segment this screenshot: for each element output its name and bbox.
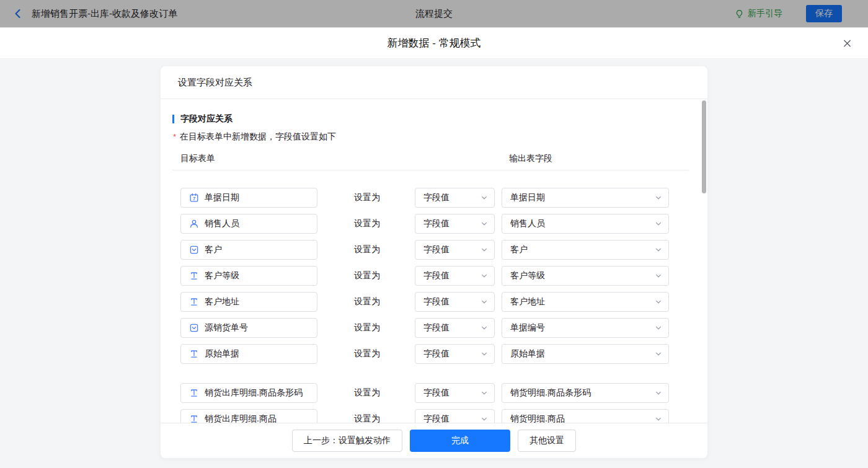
value-mode-value: 字段值	[423, 218, 450, 229]
dialog-title: 新增数据 - 常规模式	[387, 36, 480, 50]
output-field-select[interactable]: 销货明细.商品条形码	[502, 383, 669, 403]
field-mapping-row: 源销货单号 设置为 字段值 单据编号	[161, 318, 707, 338]
lightbulb-icon	[735, 9, 744, 19]
close-button[interactable]	[843, 38, 852, 48]
value-mode-value: 字段值	[423, 192, 450, 203]
target-field-box: 销货出库明细.商品条形码	[180, 383, 317, 403]
select-icon	[189, 245, 199, 255]
target-field-box: 源销货单号	[180, 318, 317, 338]
previous-step-button[interactable]: 上一步：设置触发动作	[292, 430, 402, 452]
value-mode-select[interactable]: 字段值	[415, 344, 495, 364]
chevron-down-icon	[480, 246, 488, 254]
target-field-label: 销售人员	[205, 218, 239, 229]
set-as-label: 设置为	[354, 413, 380, 423]
output-field-value: 原始单据	[510, 348, 545, 360]
calendar-icon: 7	[189, 193, 199, 203]
output-field-select[interactable]: 单据编号	[502, 318, 669, 338]
chevron-down-icon	[655, 389, 662, 397]
output-field-value: 单据日期	[510, 192, 545, 203]
target-field-label: 源销货单号	[205, 322, 248, 333]
beginner-guide-label: 新手引导	[748, 8, 782, 19]
beginner-guide-link[interactable]: 新手引导	[735, 8, 782, 19]
hint-text: 在目标表单中新增数据，字段值设置如下	[180, 131, 336, 141]
topbar-actions: 新手引导 保存	[735, 5, 842, 22]
value-mode-value: 字段值	[423, 348, 450, 360]
text-icon	[189, 414, 199, 423]
target-field-box: 销售人员	[180, 214, 317, 234]
value-mode-select[interactable]: 字段值	[415, 409, 495, 423]
output-field-select[interactable]: 销售人员	[502, 214, 669, 234]
value-mode-select[interactable]: 字段值	[415, 266, 495, 286]
set-as-label: 设置为	[354, 322, 380, 333]
field-mapping-panel: 设置字段对应关系 字段对应关系 *在目标表单中新增数据，字段值设置如下 目标表单…	[161, 66, 707, 458]
user-icon	[189, 219, 199, 229]
output-field-value: 销货明细.商品条形码	[510, 387, 591, 399]
panel-title: 设置字段对应关系	[161, 66, 707, 99]
target-field-label: 客户地址	[205, 296, 239, 307]
field-mapping-row: 客户地址 设置为 字段值 客户地址	[161, 292, 707, 312]
output-field-select[interactable]: 原始单据	[502, 344, 669, 364]
output-field-select[interactable]: 销货明细.商品	[502, 409, 669, 423]
column-header-target-form: 目标表单	[180, 153, 215, 164]
output-field-value: 单据编号	[510, 322, 545, 333]
output-field-select[interactable]: 单据日期	[502, 188, 669, 208]
field-mapping-row: 客户 设置为 字段值 客户	[161, 240, 707, 260]
output-field-select[interactable]: 客户等级	[502, 266, 669, 286]
finish-button[interactable]: 完成	[410, 430, 510, 452]
chevron-down-icon	[480, 389, 488, 397]
set-as-label: 设置为	[354, 244, 380, 255]
value-mode-select[interactable]: 字段值	[415, 383, 495, 403]
value-mode-select[interactable]: 字段值	[415, 318, 495, 338]
field-mapping-row: 销货出库明细.商品 设置为 字段值 销货明细.商品	[161, 409, 707, 423]
value-mode-value: 字段值	[423, 413, 450, 423]
value-mode-select[interactable]: 字段值	[415, 214, 495, 234]
field-mapping-group: 销货出库明细.商品条形码 设置为 字段值 销货明细.商品条形码 销货出库明细.商…	[161, 383, 707, 423]
text-icon	[189, 271, 199, 281]
output-field-select[interactable]: 客户地址	[502, 292, 669, 312]
target-field-label: 销货出库明细.商品	[205, 413, 277, 423]
column-headers: 目标表单 输出表字段	[161, 153, 707, 166]
output-field-value: 客户等级	[510, 270, 545, 281]
back-button[interactable]	[12, 8, 24, 19]
target-field-box: 销货出库明细.商品	[180, 409, 317, 423]
value-mode-select[interactable]: 字段值	[415, 240, 495, 260]
target-field-label: 单据日期	[205, 192, 239, 203]
target-field-box: 客户	[180, 240, 317, 260]
scrollbar-thumb[interactable]	[702, 100, 706, 193]
column-header-output-field: 输出表字段	[509, 153, 552, 164]
output-field-select[interactable]: 客户	[502, 240, 669, 260]
chevron-down-icon	[655, 324, 662, 332]
select-icon	[189, 323, 199, 333]
target-field-box: 7 单据日期	[180, 188, 317, 208]
set-as-label: 设置为	[354, 218, 380, 229]
chevron-down-icon	[480, 350, 488, 358]
text-icon	[189, 388, 199, 398]
chevron-down-icon	[480, 324, 488, 332]
output-field-value: 销货明细.商品	[510, 413, 565, 423]
text-icon	[189, 297, 199, 307]
target-field-label: 客户	[205, 244, 222, 255]
section-heading: 字段对应关系	[172, 113, 707, 125]
field-mapping-row: 7 单据日期 设置为 字段值 单据日期	[161, 188, 707, 208]
dialog-header: 新增数据 - 常规模式	[0, 28, 868, 59]
chevron-down-icon	[480, 298, 488, 306]
output-field-value: 客户	[510, 244, 528, 255]
panel-body: 字段对应关系 *在目标表单中新增数据，字段值设置如下 目标表单 输出表字段 7 …	[161, 99, 707, 423]
target-field-label: 原始单据	[205, 348, 239, 360]
target-field-label: 销货出库明细.商品条形码	[205, 387, 303, 399]
value-mode-select[interactable]: 字段值	[415, 292, 495, 312]
value-mode-select[interactable]: 字段值	[415, 188, 495, 208]
chevron-down-icon	[655, 194, 662, 201]
chevron-down-icon	[480, 415, 488, 423]
chevron-down-icon	[655, 272, 662, 280]
set-as-label: 设置为	[354, 270, 380, 281]
target-field-box: 原始单据	[180, 344, 317, 364]
set-as-label: 设置为	[354, 192, 380, 203]
required-asterisk: *	[173, 132, 176, 141]
other-settings-button[interactable]: 其他设置	[518, 430, 576, 452]
value-mode-value: 字段值	[423, 244, 450, 255]
save-button[interactable]: 保存	[806, 5, 842, 22]
dialog-body: 设置字段对应关系 字段对应关系 *在目标表单中新增数据，字段值设置如下 目标表单…	[0, 66, 868, 468]
text-icon	[189, 349, 199, 359]
target-field-box: 客户地址	[180, 292, 317, 312]
